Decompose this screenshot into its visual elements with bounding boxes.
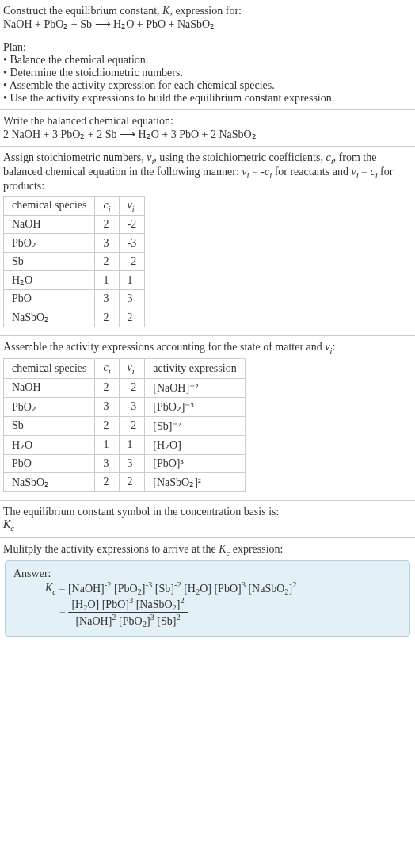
stoich-table: chemical species ci νi NaOH2-2 PbO₂3-3 S… (3, 196, 145, 328)
symbol-intro: The equilibrium constant symbol in the c… (3, 506, 412, 518)
fraction-denominator: [NaOH]2 [PbO2]3 [Sb]2 (68, 613, 187, 629)
balanced-section: Write the balanced chemical equation: 2 … (0, 110, 415, 147)
table-row: PbO33[PbO]³ (4, 454, 246, 472)
multiply-section: Mulitply the activity expressions to arr… (0, 538, 415, 648)
col-species: chemical species (4, 359, 95, 379)
table-row: NaOH2-2 (4, 216, 145, 234)
table-row: Sb2-2[Sb]⁻² (4, 416, 246, 435)
answer-title: Answer: (13, 568, 402, 580)
answer-box: Answer: Kc = [NaOH]-2 [PbO2]-3 [Sb]-2 [H… (5, 560, 410, 637)
table-row: PbO33 (4, 290, 145, 308)
stoich-section: Assign stoichiometric numbers, νi, using… (0, 147, 415, 336)
prompt-line-1: Construct the equilibrium constant, K, e… (3, 5, 412, 17)
col-ci: ci (95, 359, 119, 379)
plan-bullet-3: • Assemble the activity expression for e… (3, 79, 412, 92)
plan-bullet-1: • Balance the chemical equation. (3, 54, 412, 67)
col-species: chemical species (4, 196, 95, 216)
answer-eq-1: Kc = [NaOH]-2 [PbO2]-3 [Sb]-2 [H2O] [PbO… (45, 580, 402, 596)
balanced-equation: 2 NaOH + 3 PbO₂ + 2 Sb ⟶ H₂O + 3 PbO + 2… (3, 128, 412, 141)
col-vi: νi (119, 359, 145, 379)
activity-section: Assemble the activity expressions accoun… (0, 336, 415, 501)
table-row: H₂O11 (4, 271, 145, 290)
table-header-row: chemical species ci νi (4, 196, 145, 216)
stoich-intro: Assign stoichiometric numbers, νi, using… (3, 151, 412, 193)
fraction: [H2O] [PbO]3 [NaSbO2]2 [NaOH]2 [PbO2]3 [… (68, 596, 187, 629)
table-header-row: chemical species ci νi activity expressi… (4, 359, 246, 379)
table-row: PbO₂3-3[PbO₂]⁻³ (4, 397, 246, 416)
table-row: NaOH2-2[NaOH]⁻² (4, 378, 246, 397)
table-row: Sb2-2 (4, 253, 145, 271)
plan-bullet-2: • Determine the stoichiometric numbers. (3, 67, 412, 79)
prompt-equation: NaOH + PbO₂ + Sb ⟶ H₂O + PbO + NaSbO₂ (3, 17, 412, 31)
col-vi: νi (119, 196, 145, 216)
plan-section: Plan: • Balance the chemical equation. •… (0, 36, 415, 110)
table-row: NaSbO₂22 (4, 308, 145, 327)
table-row: PbO₂3-3 (4, 234, 145, 253)
activity-table: chemical species ci νi activity expressi… (3, 358, 246, 492)
answer-eq-2: = [H2O] [PbO]3 [NaSbO2]2 [NaOH]2 [PbO2]3… (59, 596, 402, 629)
symbol-kc: Kc (3, 518, 412, 533)
table-row: H₂O11[H₂O] (4, 435, 246, 454)
table-row: NaSbO₂22[NaSbO₂]² (4, 472, 246, 491)
col-ci: ci (95, 196, 119, 216)
plan-title: Plan: (3, 41, 412, 54)
symbol-section: The equilibrium constant symbol in the c… (0, 501, 415, 538)
prompt-section: Construct the equilibrium constant, K, e… (0, 0, 415, 36)
balanced-title: Write the balanced chemical equation: (3, 115, 412, 128)
equals-sign: = (59, 606, 68, 618)
multiply-intro: Mulitply the activity expressions to arr… (3, 543, 412, 557)
col-activity: activity expression (145, 359, 245, 379)
plan-bullet-4: • Use the activity expressions to build … (3, 92, 412, 105)
activity-intro: Assemble the activity expressions accoun… (3, 341, 412, 355)
fraction-numerator: [H2O] [PbO]3 [NaSbO2]2 (68, 596, 187, 613)
